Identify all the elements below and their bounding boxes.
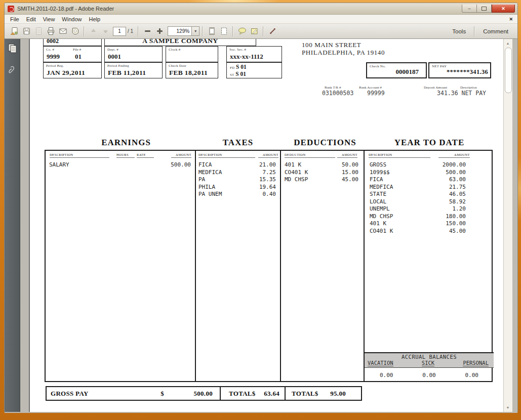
net-pay-amount: *******341.36	[447, 68, 488, 76]
zoom-level-input[interactable]: 129%	[168, 26, 192, 36]
field-clock: Clock #	[166, 46, 218, 62]
menu-bar: File Edit View Window Help ✕	[5, 15, 517, 24]
table-row: CO401 K15.00	[281, 169, 364, 177]
table-row: UNEMPL1.20	[365, 205, 494, 213]
column-header: AMOUNT	[438, 153, 470, 158]
deductions-total-value: 95.00	[330, 390, 346, 398]
previous-page-button-disabled[interactable]	[87, 26, 99, 37]
currency-symbol: $	[315, 390, 318, 398]
address-line1: 100 MAIN STREET	[302, 41, 385, 49]
maximize-button[interactable]	[477, 5, 492, 13]
comment-bubble-button[interactable]	[236, 26, 248, 37]
taxes-total-label: TOTAL	[229, 390, 252, 398]
column-header: AMOUNT	[337, 153, 357, 158]
vertical-scrollbar[interactable]: ▲ ▼	[503, 39, 512, 412]
accrual-title: ACCRUAL BALANCES	[365, 353, 494, 360]
table-row: 401 K150.00	[365, 220, 494, 228]
field-value: FEB 11,2011	[108, 69, 146, 77]
ytd-title: YEAR TO DATE	[379, 138, 480, 148]
field-dept: Dept. # 0001	[104, 46, 163, 62]
table-row: PA15.35	[196, 176, 280, 184]
menu-view[interactable]: View	[39, 16, 59, 22]
share-button[interactable]	[69, 26, 81, 37]
toolbar-separator	[138, 26, 139, 36]
field-filing-status: FDS 01 STS 01	[226, 62, 282, 78]
table-row: FICA21.00	[196, 161, 280, 169]
scroll-down-arrow[interactable]: ▼	[504, 404, 512, 411]
accrual-value: 0.00	[422, 372, 436, 379]
minimize-button[interactable]: –	[462, 5, 477, 13]
tools-button[interactable]: Tools	[447, 28, 471, 34]
accrual-value: 0.00	[465, 372, 479, 379]
company-name-box: A SAMPLE COMPANY	[104, 39, 256, 46]
table-row: CO401 K45.00	[365, 228, 494, 235]
select-tool-button[interactable]	[266, 26, 278, 37]
field-label: File #	[73, 48, 81, 52]
field-label: Period Ending	[107, 64, 129, 68]
totals-row: GROSS PAY $ 500.00 TOTAL $ 63.64 TOTAL $	[46, 386, 362, 401]
sticky-note-button[interactable]	[248, 26, 260, 37]
adobe-reader-icon	[8, 6, 14, 12]
column-header: AMOUNT	[258, 153, 278, 158]
next-page-button-disabled[interactable]	[99, 26, 111, 37]
field-value: FEB 18,2011	[169, 69, 208, 77]
diagonal-arrows-icon	[268, 26, 277, 36]
zoom-dropdown-button[interactable]: ▼	[192, 26, 199, 36]
ytd-column: GROSS2000.00 1099$$500.00 FICA63.00 MEDF…	[365, 161, 494, 235]
window-title: SMITH.2011-02-18.pdf - Adobe Reader	[17, 6, 114, 12]
accrual-values: 0.00 0.00 0.00	[365, 368, 494, 379]
deductions-total: TOTAL $ 95.00	[285, 387, 361, 400]
page-thumbnails-button[interactable]	[8, 43, 17, 53]
column-header: DESCRIPTION	[50, 153, 109, 158]
plus-icon	[155, 26, 165, 36]
zoom-in-button[interactable]	[153, 26, 166, 37]
deposit-line: 341.36 NET PAY	[420, 90, 486, 97]
page-total-label: / 1	[128, 28, 133, 34]
field-ssn: Soc. Sec. # xxx-xx-1112	[226, 46, 282, 62]
menu-window[interactable]: Window	[58, 16, 85, 22]
save-file-button[interactable]	[20, 26, 32, 37]
zoom-out-button[interactable]	[141, 26, 153, 37]
accrual-columns: VACATION SICK PERSONAL	[365, 360, 494, 366]
field-value: 01	[75, 53, 82, 61]
desktop-background: SMITH.2011-02-18.pdf - Adobe Reader – ✕ …	[0, 0, 521, 420]
company-address: 100 MAIN STREET PHILADELPHIA, PA 19140	[302, 41, 385, 56]
description-label: Description	[460, 86, 477, 90]
menu-file[interactable]: File	[7, 16, 23, 22]
taxes-total-value: 63.64	[264, 390, 279, 398]
menubar-close-icon[interactable]: ✕	[509, 17, 517, 22]
page-number-input[interactable]: 1	[113, 27, 126, 36]
save-copy-button-disabled[interactable]	[32, 26, 45, 37]
deductions-column: 401 K50.00 CO401 K15.00 MD CHSP45.00	[281, 161, 364, 184]
accrual-balances: ACCRUAL BALANCES VACATION SICK PERSONAL …	[365, 352, 494, 383]
email-button[interactable]	[57, 26, 69, 37]
table-row: PHILA19.64	[196, 184, 280, 191]
menu-edit[interactable]: Edit	[23, 16, 39, 22]
scrolling-mode-button[interactable]	[206, 26, 218, 37]
toolbar-separator	[474, 26, 475, 36]
print-button[interactable]	[45, 26, 57, 37]
column-header: DEDUCTION	[285, 153, 335, 158]
scroll-up-arrow[interactable]: ▲	[504, 39, 512, 47]
close-button[interactable]: ✕	[492, 5, 515, 13]
field-label: Dept. #	[107, 48, 118, 52]
accrual-col-vacation: VACATION	[368, 360, 393, 366]
title-bar: SMITH.2011-02-18.pdf - Adobe Reader – ✕	[5, 3, 517, 15]
currency-symbol: $	[161, 390, 164, 398]
open-file-button[interactable]	[8, 26, 20, 37]
comment-button[interactable]: Comment	[477, 28, 514, 34]
scrollbar-thumb[interactable]	[505, 48, 512, 93]
minimize-icon: –	[468, 6, 470, 11]
table-row: GROSS2000.00	[365, 161, 494, 169]
toolbar-separator	[84, 26, 85, 36]
field-label: Clock #	[169, 48, 180, 52]
net-pay-box: NET PAY *******341.36	[428, 62, 491, 78]
fed-status: FDS 01	[230, 64, 247, 70]
check-number-box: Check No. 0000187	[366, 62, 427, 78]
field-label: Check Date	[169, 64, 186, 68]
deductions-total-label: TOTAL	[292, 390, 315, 398]
attachments-button[interactable]	[8, 65, 17, 75]
menu-help[interactable]: Help	[85, 16, 104, 22]
field-label: Period Beg.	[46, 64, 64, 68]
single-page-button[interactable]	[218, 26, 230, 37]
